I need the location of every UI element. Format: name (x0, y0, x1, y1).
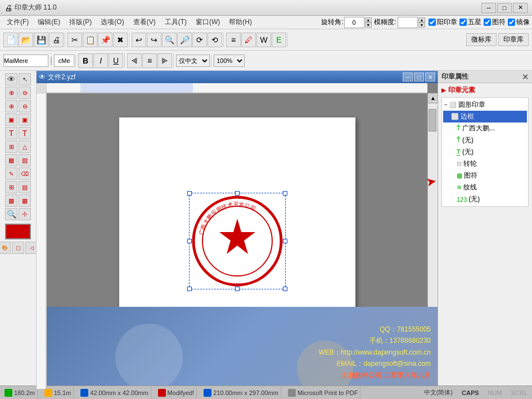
bold-btn[interactable]: B (78, 53, 93, 68)
new-button[interactable]: 📄 (3, 33, 18, 47)
star-check-input[interactable] (459, 19, 467, 26)
rect2-btn[interactable]: ▣ (19, 114, 31, 126)
menu-window[interactable]: 窗口(W) (191, 16, 224, 28)
minus-btn[interactable]: ⊖ (19, 87, 31, 99)
zoom-in-button[interactable]: 🔍 (162, 33, 177, 47)
handle-bc[interactable] (235, 287, 240, 291)
menu-help[interactable]: 帮助(H) (224, 16, 256, 28)
tree-item-wheel[interactable]: ⊟ 转轮 (443, 158, 527, 170)
align-center-btn[interactable]: ≡ (142, 53, 157, 68)
menu-tools[interactable]: 工具(T) (160, 16, 191, 28)
scroll-up-btn[interactable]: ▲ (428, 93, 438, 103)
tree-item-none3[interactable]: 123 (无) (443, 193, 527, 205)
handle-bl[interactable] (187, 287, 192, 291)
zoom-out-button[interactable]: 🔎 (177, 33, 192, 47)
collapse-left-btn[interactable]: ◁ (25, 242, 37, 254)
handle-br[interactable] (283, 287, 287, 291)
midu-input[interactable] (398, 17, 418, 28)
paste-button[interactable]: 📌 (98, 33, 112, 47)
copy-button[interactable]: 📋 (83, 33, 97, 47)
star-checkbox[interactable]: 五星 (459, 17, 481, 27)
mirror-check-input[interactable] (508, 19, 515, 26)
tree-item-none1[interactable]: T̄ (无) (443, 134, 527, 146)
align-left-btn[interactable]: ⫷ (127, 53, 142, 68)
word-button[interactable]: W (256, 33, 271, 47)
excel-button[interactable]: E (272, 33, 286, 47)
handle-mr[interactable] (283, 239, 287, 243)
menu-edit[interactable]: 编辑(E) (33, 16, 65, 28)
zoom-select[interactable]: 100% 75% 50% 150% 200% (214, 55, 245, 67)
color-swatch[interactable] (5, 224, 31, 239)
tree-item-root[interactable]: − ⬜ 圆形印章 (443, 99, 527, 111)
font-size-input[interactable] (54, 55, 74, 67)
minimize-button[interactable]: ─ (481, 3, 496, 13)
mirror-checkbox[interactable]: 镜像 (508, 17, 530, 27)
handle-tr[interactable] (283, 191, 287, 196)
tree-item-texture[interactable]: ≋ 纹线 (443, 182, 527, 193)
midu-down-btn[interactable]: ▼ (418, 22, 425, 28)
grid-btn[interactable]: ⊞ (5, 140, 17, 153)
lang-select[interactable]: 仅中文 (176, 55, 210, 67)
close-button[interactable]: ✕ (513, 3, 528, 13)
stamp-lib-btn[interactable]: 印章库 (498, 33, 529, 46)
tree-item-figure[interactable]: ▦ 图符 (443, 170, 527, 182)
menu-options[interactable]: 选项(O) (96, 16, 128, 28)
italic-btn[interactable]: I (93, 53, 108, 68)
texture2-btn[interactable]: ▧ (19, 154, 31, 166)
open-button[interactable]: 📂 (19, 33, 33, 47)
doc-minimize-btn[interactable]: ─ (403, 72, 413, 81)
color-picker-btn[interactable]: 🎨 (0, 242, 11, 254)
micro-lib-btn[interactable]: 微标库 (466, 33, 497, 46)
rotate-button[interactable]: ⟳ (192, 33, 207, 47)
tree-item-none2[interactable]: T̲ (无) (443, 146, 527, 158)
grid2-btn[interactable]: ⊞ (5, 181, 17, 193)
text2-btn[interactable]: T (19, 127, 31, 139)
flip-button[interactable]: ⟲ (208, 33, 222, 47)
circle-btn[interactable]: ⊕ (5, 87, 17, 99)
texture-btn[interactable]: ▦ (5, 154, 17, 166)
hand-tool[interactable]: ☩ (19, 208, 31, 220)
grid4-btn[interactable]: ▦ (5, 194, 17, 207)
redo-button[interactable]: ↪ (147, 33, 161, 47)
align-button[interactable]: ≡ (226, 33, 241, 47)
grid5-btn[interactable]: ▦ (19, 194, 31, 207)
align-right-btn[interactable]: ⫸ (157, 53, 172, 68)
tree-item-border[interactable]: ⬜ 边框 (443, 111, 527, 123)
rotate-up-btn[interactable]: ▲ (365, 17, 372, 22)
underline-btn[interactable]: U (109, 53, 123, 68)
tree-item-text1[interactable]: T̄ 广西大鹏... (443, 123, 527, 134)
pen-btn[interactable]: ✎ (5, 167, 17, 180)
rotate-down-btn[interactable]: ▼ (365, 22, 372, 28)
doc-close-btn[interactable]: ✕ (425, 72, 435, 81)
figure-checkbox[interactable]: 图符 (484, 17, 506, 27)
zoom-tool[interactable]: 🔍 (5, 208, 17, 220)
arrow-btn[interactable]: △ (19, 140, 31, 153)
select-tool[interactable]: 👁 (5, 73, 17, 85)
scroll-thumb-v[interactable] (429, 109, 436, 132)
menu-file[interactable]: 文件(F) (2, 16, 33, 28)
eraser-btn[interactable]: ⌫ (19, 167, 31, 180)
save-button[interactable]: 💾 (34, 33, 48, 47)
oval-btn[interactable]: ⊕ (5, 100, 17, 112)
doc-maximize-btn[interactable]: □ (414, 72, 424, 81)
maximize-button[interactable]: □ (497, 3, 512, 13)
rotate-input[interactable] (344, 17, 364, 28)
print-button[interactable]: 🖨 (49, 33, 64, 47)
yin-check-input[interactable] (429, 19, 436, 26)
yin-checkbox[interactable]: 阳印章 (429, 17, 457, 27)
midu-up-btn[interactable]: ▲ (418, 17, 425, 22)
stamp-button[interactable]: 🖊 (241, 33, 256, 47)
pointer-tool[interactable]: ↖ (19, 73, 31, 85)
figure-check-input[interactable] (484, 19, 491, 26)
undo-button[interactable]: ↩ (132, 33, 146, 47)
rect-btn[interactable]: ▣ (5, 114, 17, 126)
grid3-btn[interactable]: ▤ (19, 181, 31, 193)
delete-button[interactable]: ✖ (113, 33, 128, 47)
text-btn[interactable]: T (5, 127, 17, 139)
menu-layout[interactable]: 排版(P) (65, 16, 96, 28)
right-panel-close-btn[interactable]: ✕ (522, 72, 529, 81)
menu-view[interactable]: 查看(V) (129, 16, 160, 28)
font-input[interactable] (3, 55, 48, 67)
fill-btn[interactable]: ▢ (12, 242, 24, 254)
oval-minus-btn[interactable]: ⊖ (19, 100, 31, 112)
